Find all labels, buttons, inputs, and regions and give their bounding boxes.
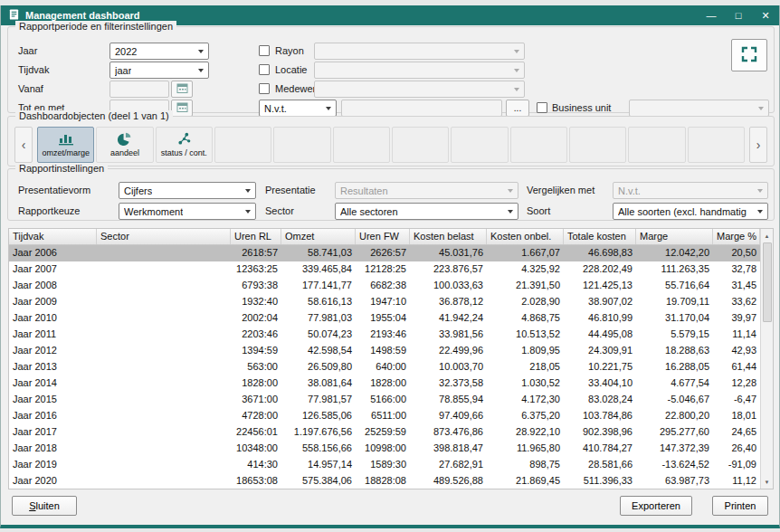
dashboard-item-empty — [214, 127, 271, 163]
table-cell: Jaar 2014 — [9, 375, 97, 392]
column-header[interactable]: Omzet — [281, 229, 356, 244]
table-row[interactable]: Jaar 20062618:5758.741,032626:5745.031,7… — [9, 245, 760, 261]
dashboard-item-aandeel[interactable]: aandeel — [96, 127, 153, 163]
medewerker-checkbox[interactable] — [259, 83, 270, 94]
jaar-label: Jaar — [18, 45, 37, 56]
sluiten-button[interactable]: Sluiten — [12, 496, 77, 516]
table-cell: 22.800,20 — [636, 408, 713, 424]
locatie-checkbox[interactable] — [259, 64, 270, 75]
exporteren-button[interactable]: Exporteren — [620, 496, 692, 516]
presentatievorm-select[interactable]: Cijfers — [119, 182, 256, 199]
column-header[interactable]: Kosten belast — [410, 229, 487, 244]
soort-select[interactable]: Alle soorten (excl. handmatig — [613, 203, 768, 220]
table-row[interactable]: Jaar 20112203:4650.074,232193:4633.981,5… — [9, 327, 760, 343]
column-header[interactable]: Sector — [97, 229, 231, 244]
table-cell: 1.197.676,56 — [281, 424, 356, 441]
table-cell: 12,28 — [713, 375, 760, 392]
vanaf-calendar-button[interactable] — [171, 81, 193, 98]
table-row[interactable]: Jaar 20164728:00126.585,066511:0097.409,… — [9, 408, 760, 424]
minimize-button[interactable]: — — [705, 10, 718, 21]
column-header[interactable]: Kosten onbel. — [487, 229, 564, 244]
business-unit-select[interactable] — [629, 100, 769, 117]
table-cell: 126.585,06 — [281, 408, 356, 424]
table-cell: 4728:00 — [231, 408, 281, 424]
printen-button[interactable]: Printen — [712, 496, 768, 516]
maximize-button[interactable]: □ — [732, 10, 745, 21]
table-cell: 77.981,03 — [281, 310, 356, 327]
tijdvak-select[interactable]: jaar — [109, 62, 209, 79]
table-row[interactable]: Jaar 2019414:3014.957,141589:3027.682,91… — [9, 457, 760, 473]
table-row[interactable]: Jaar 200712363:25339.465,8412128:25223.8… — [9, 261, 760, 278]
scroll-down-icon[interactable]: ▼ — [761, 475, 774, 489]
column-header[interactable]: Tijdvak — [9, 229, 97, 244]
table-cell: 44.495,08 — [564, 327, 636, 343]
column-header[interactable]: Marge % — [713, 229, 760, 244]
table-row[interactable]: Jaar 20091932:4058.616,131947:1036.878,1… — [9, 294, 760, 310]
table-row[interactable]: Jaar 20153671:0077.981,575166:0078.855,9… — [9, 392, 760, 408]
table-row[interactable]: Jaar 20121394:5942.598,541498:5922.499,9… — [9, 343, 760, 359]
rayon-label[interactable]: Rayon — [275, 45, 304, 56]
toolbar-prev-button[interactable]: ‹ — [14, 127, 33, 163]
table-cell: 10.003,70 — [410, 359, 487, 375]
table-row[interactable]: Jaar 202018653:08575.384,0618828:08489.5… — [9, 473, 760, 489]
table-row[interactable]: Jaar 20102002:0477.981,031955:0441.942,2… — [9, 310, 760, 327]
table-cell: 26.509,80 — [281, 359, 356, 375]
column-header[interactable]: Uren FW — [356, 229, 410, 244]
bar-chart-icon — [58, 132, 74, 147]
tot-en-met-calendar-button[interactable] — [171, 100, 193, 117]
table-row[interactable]: Jaar 201722456:011.197.676,5625259:59873… — [9, 424, 760, 441]
table-cell: 18,01 — [713, 408, 760, 424]
table-cell: 46.698,83 — [564, 245, 636, 261]
table-cell: -5.046,67 — [636, 392, 713, 408]
table-cell: 1.809,95 — [487, 343, 564, 359]
table-cell: 1828:00 — [356, 375, 410, 392]
rayon-checkbox[interactable] — [259, 45, 270, 56]
table-cell: 58.741,03 — [281, 245, 356, 261]
table-cell: 4.868,75 — [487, 310, 564, 327]
column-header[interactable]: Totale kosten — [564, 229, 636, 244]
vanaf-input[interactable] — [109, 81, 169, 98]
medewerker-select[interactable] — [314, 81, 525, 98]
table-cell: 5.579,15 — [636, 327, 713, 343]
table-row[interactable]: Jaar 201810348:00558.156,6610998:00398.8… — [9, 441, 760, 457]
nvt-select[interactable]: N.v.t. — [259, 100, 337, 117]
locatie-label[interactable]: Locatie — [275, 64, 307, 75]
rayon-select[interactable] — [314, 43, 525, 60]
table-header-row: TijdvakSectorUren RLOmzetUren FWKosten b… — [9, 229, 760, 245]
presentatie-select[interactable]: Resultaten — [335, 182, 518, 199]
locatie-select[interactable] — [314, 62, 525, 79]
table-cell — [97, 359, 231, 375]
toolbar-next-button[interactable]: › — [749, 127, 767, 163]
rapportkeuze-select[interactable]: Werkmoment — [119, 203, 256, 220]
dashboard-item-status-cont[interactable]: status / cont. — [156, 127, 213, 163]
column-header[interactable]: Uren RL — [231, 229, 281, 244]
vertical-scrollbar[interactable]: ▲ ▼ — [760, 229, 773, 489]
scrollbar-thumb[interactable] — [763, 242, 772, 322]
table-cell: 10.513,52 — [487, 327, 564, 343]
table-row[interactable]: Jaar 20141828:0038.081,641828:0032.373,5… — [9, 375, 760, 392]
table-cell: 33,62 — [713, 294, 760, 310]
table-row[interactable]: Jaar 20086793:38177.141,776682:38100.033… — [9, 278, 760, 294]
business-unit-checkbox[interactable] — [537, 102, 547, 113]
column-header[interactable]: Marge — [636, 229, 713, 244]
close-button[interactable]: ✕ — [759, 10, 772, 22]
browse-button[interactable]: ... — [506, 100, 529, 117]
vergelijken-met-select[interactable]: N.v.t. — [613, 182, 768, 199]
soort-label: Soort — [527, 205, 550, 216]
fullscreen-button[interactable] — [731, 39, 767, 71]
table-cell: Jaar 2016 — [9, 408, 97, 424]
tool-label: aandeel — [110, 148, 139, 157]
table-cell: 36.878,12 — [410, 294, 487, 310]
table-row[interactable]: Jaar 2013563:0026.509,80640:0010.003,702… — [9, 359, 760, 375]
scroll-up-icon[interactable]: ▲ — [761, 229, 774, 242]
table-cell: 31,45 — [713, 278, 760, 294]
table-cell: 25259:59 — [356, 424, 410, 441]
dashboard-item-empty — [273, 127, 330, 163]
filter-value-input[interactable] — [341, 100, 502, 117]
sector-select[interactable]: Alle sectoren — [335, 203, 518, 220]
rapportkeuze-label: Rapportkeuze — [18, 205, 81, 216]
dashboard-item-omzet-marge[interactable]: omzet/marge — [37, 127, 94, 163]
jaar-select[interactable]: 2022 — [109, 43, 209, 60]
business-unit-label[interactable]: Business unit — [552, 102, 611, 113]
table-cell — [97, 327, 231, 343]
